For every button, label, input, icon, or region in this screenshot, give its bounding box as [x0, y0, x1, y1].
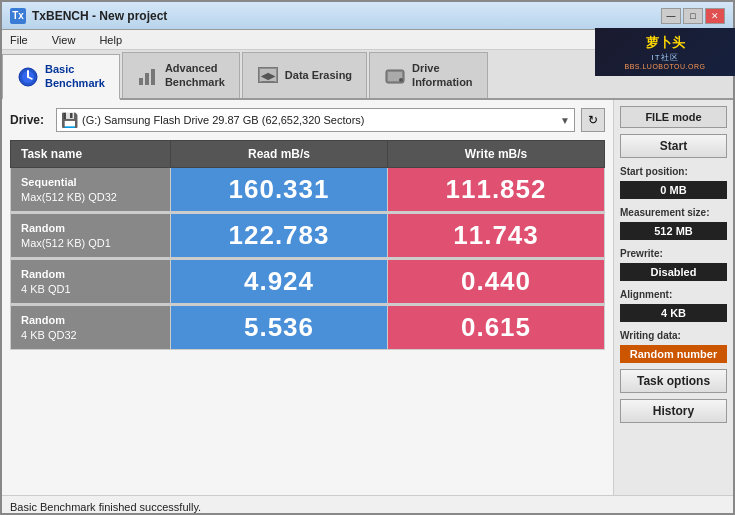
menu-view[interactable]: View — [48, 34, 80, 46]
left-panel: Drive: 💾 (G:) Samsung Flash Drive 29.87 … — [2, 100, 613, 495]
task-options-button[interactable]: Task options — [620, 369, 727, 393]
tab-erasing-label: Data Erasing — [285, 69, 352, 82]
read-value: 122.783 — [229, 220, 330, 250]
write-value: 11.743 — [453, 220, 539, 250]
write-cell: 0.440 — [388, 259, 605, 305]
alignment-label: Alignment: — [620, 289, 727, 300]
table-row: Random 4 KB QD32 5.536 0.615 — [11, 305, 605, 350]
alignment-value: 4 KB — [620, 304, 727, 322]
read-cell: 122.783 — [171, 213, 388, 259]
writing-data-value: Random number — [620, 345, 727, 363]
title-bar-left: Tx TxBENCH - New project — [10, 8, 167, 24]
logo-line3: BBS.LUOBOTOU.ORG — [625, 63, 706, 70]
col-write: Write mB/s — [388, 141, 605, 168]
right-panel: FILE mode Start Start position: 0 MB Mea… — [613, 100, 733, 495]
logo: 萝卜头 IT社区 BBS.LUOBOTOU.ORG — [595, 28, 735, 76]
write-cell: 111.852 — [388, 168, 605, 213]
drive-select-icon: 💾 — [61, 112, 78, 128]
task-cell: Random Max(512 KB) QD1 — [11, 213, 171, 259]
svg-text:◀▶: ◀▶ — [260, 71, 276, 81]
writing-data-label: Writing data: — [620, 330, 727, 341]
task-cell: Random 4 KB QD1 — [11, 259, 171, 305]
prewrite-label: Prewrite: — [620, 248, 727, 259]
read-cell: 4.924 — [171, 259, 388, 305]
refresh-icon: ↻ — [588, 113, 598, 127]
write-cell: 0.615 — [388, 305, 605, 350]
window-title: TxBENCH - New project — [32, 9, 167, 23]
status-text: Basic Benchmark finished successfully. — [10, 501, 201, 513]
read-cell: 5.536 — [171, 305, 388, 350]
tab-basic-icon — [17, 66, 39, 88]
read-value: 4.924 — [244, 266, 314, 296]
tab-advanced-label: Advanced Benchmark — [165, 62, 225, 88]
tab-basic-label: Basic Benchmark — [45, 63, 105, 89]
menu-file[interactable]: File — [6, 34, 32, 46]
maximize-button[interactable]: □ — [683, 8, 703, 24]
read-value: 5.536 — [244, 312, 314, 342]
menu-help[interactable]: Help — [95, 34, 126, 46]
app-icon: Tx — [10, 8, 26, 24]
svg-rect-5 — [145, 73, 149, 85]
file-mode-button[interactable]: FILE mode — [620, 106, 727, 128]
read-cell: 160.331 — [171, 168, 388, 213]
drive-bar: Drive: 💾 (G:) Samsung Flash Drive 29.87 … — [10, 108, 605, 132]
tab-drive-icon — [384, 65, 406, 87]
logo-line2: IT社区 — [651, 52, 678, 63]
benchmark-table: Task name Read mB/s Write mB/s Sequentia… — [10, 140, 605, 350]
write-value: 0.615 — [461, 312, 531, 342]
tab-drive-label: Drive Information — [412, 62, 473, 88]
drive-select[interactable]: 💾 (G:) Samsung Flash Drive 29.87 GB (62,… — [56, 108, 575, 132]
task-cell: Sequential Max(512 KB) QD32 — [11, 168, 171, 213]
measurement-size-value: 512 MB — [620, 222, 727, 240]
main-content: Drive: 💾 (G:) Samsung Flash Drive 29.87 … — [2, 100, 733, 495]
minimize-button[interactable]: — — [661, 8, 681, 24]
tab-erasing-icon: ◀▶ — [257, 65, 279, 87]
drive-dropdown-icon: ▼ — [560, 115, 570, 126]
svg-rect-4 — [139, 78, 143, 85]
drive-label: Drive: — [10, 113, 50, 127]
prewrite-value: Disabled — [620, 263, 727, 281]
read-value: 160.331 — [229, 174, 330, 204]
tab-advanced[interactable]: Advanced Benchmark — [122, 52, 240, 98]
table-row: Random Max(512 KB) QD1 122.783 11.743 — [11, 213, 605, 259]
tab-basic[interactable]: Basic Benchmark — [2, 54, 120, 100]
task-cell: Random 4 KB QD32 — [11, 305, 171, 350]
tab-drive[interactable]: Drive Information — [369, 52, 488, 98]
start-button[interactable]: Start — [620, 134, 727, 158]
measurement-size-label: Measurement size: — [620, 207, 727, 218]
close-button[interactable]: ✕ — [705, 8, 725, 24]
col-task: Task name — [11, 141, 171, 168]
tab-advanced-icon — [137, 65, 159, 87]
drive-select-value: (G:) Samsung Flash Drive 29.87 GB (62,65… — [82, 114, 364, 126]
window-controls[interactable]: — □ ✕ — [661, 8, 725, 24]
table-row: Random 4 KB QD1 4.924 0.440 — [11, 259, 605, 305]
svg-rect-6 — [151, 69, 155, 85]
menu-bar: File View Help 萝卜头 IT社区 BBS.LUOBOTOU.ORG — [2, 30, 733, 50]
title-bar: Tx TxBENCH - New project — □ ✕ — [2, 2, 733, 30]
col-read: Read mB/s — [171, 141, 388, 168]
tab-erasing[interactable]: ◀▶ Data Erasing — [242, 52, 367, 98]
write-value: 0.440 — [461, 266, 531, 296]
write-value: 111.852 — [446, 174, 547, 204]
start-position-label: Start position: — [620, 166, 727, 177]
drive-refresh-button[interactable]: ↻ — [581, 108, 605, 132]
svg-point-13 — [399, 78, 403, 82]
logo-line1: 萝卜头 — [646, 34, 685, 52]
start-position-value: 0 MB — [620, 181, 727, 199]
write-cell: 11.743 — [388, 213, 605, 259]
table-row: Sequential Max(512 KB) QD32 160.331 111.… — [11, 168, 605, 213]
history-button[interactable]: History — [620, 399, 727, 423]
status-bar: Basic Benchmark finished successfully. — [2, 495, 733, 515]
